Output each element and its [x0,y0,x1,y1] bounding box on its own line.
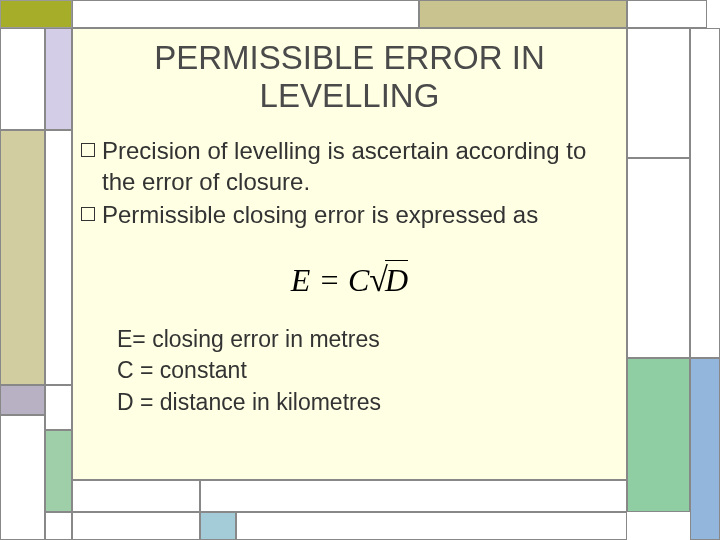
deco-rect [45,385,72,430]
formula: E = CD [81,260,618,299]
deco-rect [200,480,627,512]
deco-rect [236,512,627,540]
deco-rect-olive [0,0,72,28]
legend-line: C = constant [117,355,618,386]
deco-rect-lavender [45,28,72,130]
formula-coeff: C [348,262,369,298]
deco-rect [0,415,45,540]
legend-line: D = distance in kilometres [117,387,618,418]
deco-rect [45,512,72,540]
bullet-text: Permissible closing error is expressed a… [102,199,538,230]
deco-rect [627,0,707,28]
deco-rect-green [45,430,72,512]
deco-rect-gray [0,385,45,415]
formula-expression: E = CD [291,260,408,299]
deco-rect [0,28,45,130]
deco-rect [690,28,720,358]
formula-eq: = [310,262,348,298]
square-bullet-icon [81,207,95,221]
slide-content: PERMISSIBLE ERROR IN LEVELLING Precision… [72,28,627,480]
deco-rect [72,0,419,28]
formula-radicand: D [385,262,408,298]
deco-rect [72,512,200,540]
deco-rect [627,28,690,158]
deco-rect-khaki [419,0,627,28]
deco-rect-teal [200,512,236,540]
bullet-item: Precision of levelling is ascertain acco… [81,135,618,197]
bullet-text: Precision of levelling is ascertain acco… [102,135,618,197]
slide-title: PERMISSIBLE ERROR IN LEVELLING [81,39,618,115]
legend: E= closing error in metres C = constant … [117,324,618,417]
bullet-list: Precision of levelling is ascertain acco… [81,135,618,231]
deco-rect-green [627,358,690,512]
square-bullet-icon [81,143,95,157]
legend-line: E= closing error in metres [117,324,618,355]
deco-rect [627,158,690,358]
formula-lhs: E [291,262,311,298]
deco-rect-khaki [0,130,45,385]
deco-rect [72,480,200,512]
deco-rect-blue [690,358,720,540]
sqrt-icon [369,261,388,299]
bullet-item: Permissible closing error is expressed a… [81,199,618,230]
deco-rect [45,130,72,385]
